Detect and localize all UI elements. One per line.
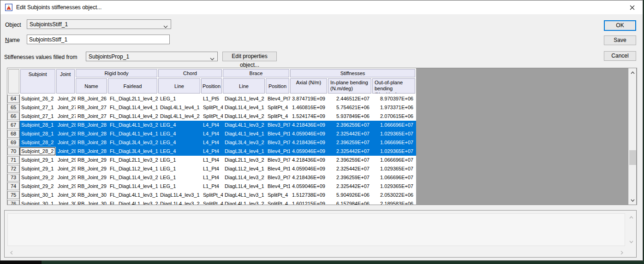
cell-rb_name[interactable]: RB_Joint_29: [76, 156, 108, 164]
row-number[interactable]: 66: [7, 112, 19, 120]
cell-subjoint[interactable]: Subjoint_28_1: [19, 121, 56, 129]
cell-chord_line[interactable]: LEG_1: [158, 173, 201, 182]
cell-in_plane[interactable]: 2.396259E+07: [328, 121, 372, 129]
cell-in_plane[interactable]: 6.157984E+06: [328, 199, 372, 205]
cell-chord_pos[interactable]: L4_Pt4: [201, 129, 223, 138]
cell-brace_line[interactable]: DiagL1L4_lev4_1: [223, 103, 266, 112]
cell-chord_pos[interactable]: L1_Pt5: [201, 94, 223, 103]
table-row[interactable]: 67Subjoint_28_1Joint_28RB_Joint_28FL_Dia…: [7, 121, 416, 129]
edit-properties-button[interactable]: Edit properties object...: [222, 52, 277, 61]
cell-in_plane[interactable]: 5.904926E+06: [328, 191, 372, 199]
name-input[interactable]: [27, 35, 170, 44]
cell-brace_pos[interactable]: SplitPt_4: [266, 199, 290, 205]
cell-rb_name[interactable]: RB_Joint_29: [76, 173, 108, 182]
cell-brace_line[interactable]: DiagL4L1_lev4_1: [223, 129, 266, 138]
cell-fairlead[interactable]: FL_DiagL1L4_lev3_2: [108, 173, 158, 182]
cell-joint[interactable]: Joint_28: [56, 138, 76, 147]
cell-out_plane[interactable]: 1.029365E+07: [372, 129, 416, 138]
cell-rb_name[interactable]: RB_Joint_27: [76, 103, 108, 112]
table-row[interactable]: 69Subjoint_28_2Joint_28RB_Joint_28FL_Dia…: [7, 138, 416, 147]
cell-subjoint[interactable]: Subjoint_29_1: [19, 164, 56, 173]
cell-in_plane[interactable]: 2.325442E+07: [328, 147, 372, 156]
cell-chord_pos[interactable]: SplitPt_4: [201, 112, 223, 121]
row-number[interactable]: 72: [7, 165, 19, 173]
cell-brace_pos[interactable]: Blev4_Pt1: [266, 147, 290, 156]
col-header-in-plane[interactable]: In-plane bending (N.m/deg): [328, 78, 371, 94]
cell-brace_line[interactable]: DiagL1L4_lev4_1: [223, 182, 266, 191]
cell-brace_pos[interactable]: Blev3_Pt7: [266, 138, 290, 147]
table-row[interactable]: 65Subjoint_27_1Joint_27RB_Joint_27FL_Dia…: [7, 103, 416, 112]
cell-brace_line[interactable]: DiagL1L4_lev4_2: [223, 112, 266, 121]
cell-joint[interactable]: Joint_28: [56, 129, 76, 138]
cell-axial[interactable]: 4.059046E+09: [290, 182, 328, 191]
cell-fairlead[interactable]: FL_DiagL4L1_lev3_1: [108, 191, 158, 199]
col-header-out-plane[interactable]: Out-of-plane bending (N.m/deg): [372, 78, 415, 94]
cell-chord_line[interactable]: LEG_1: [158, 182, 201, 191]
cell-axial[interactable]: 4.059046E+09: [290, 147, 328, 156]
cell-subjoint[interactable]: Subjoint_30_1: [19, 191, 56, 199]
cell-chord_line[interactable]: DiagL4L1_lev4_2: [158, 112, 201, 121]
col-header-rb-name[interactable]: Name: [76, 78, 107, 94]
cell-chord_line[interactable]: DiagL4L1_lev4_1: [158, 103, 201, 112]
cell-chord_pos[interactable]: SplitPt_4: [201, 103, 223, 112]
cell-brace_pos[interactable]: SplitPt_4: [266, 112, 290, 121]
cell-in_plane[interactable]: 2.325442E+07: [328, 164, 372, 173]
cell-in_plane[interactable]: 2.396259E+07: [328, 156, 372, 164]
cell-joint[interactable]: Joint_29: [56, 164, 76, 173]
row-number[interactable]: 70: [7, 147, 19, 155]
cell-rb_name[interactable]: RB_Joint_28: [76, 147, 108, 156]
cell-chord_line[interactable]: LEG_4: [158, 147, 201, 156]
cell-fairlead[interactable]: FL_DiagL3L4_lev4_1: [108, 147, 158, 156]
cell-joint[interactable]: Joint_27: [56, 112, 76, 121]
col-header-fairlead[interactable]: Fairlead: [108, 78, 157, 94]
table-row[interactable]: 68Subjoint_28_1Joint_28RB_Joint_28FL_Dia…: [7, 129, 416, 138]
cell-brace_pos[interactable]: SplitPt_4: [266, 103, 290, 112]
cell-subjoint[interactable]: Subjoint_28_1: [19, 129, 56, 138]
cell-brace_pos[interactable]: Blev4_Pt1: [266, 129, 290, 138]
cell-axial[interactable]: 1.512738E+09: [290, 191, 328, 199]
cell-joint[interactable]: Joint_26: [56, 94, 76, 103]
cell-chord_pos[interactable]: L1_Pt4: [201, 173, 223, 182]
cell-out_plane[interactable]: 1.029365E+07: [372, 164, 416, 173]
cell-fairlead[interactable]: FL_DiagL4L1_lev4_1: [108, 129, 158, 138]
scroll-down-icon[interactable]: [629, 197, 637, 204]
cell-chord_pos[interactable]: L1_Pt4: [201, 182, 223, 191]
cell-joint[interactable]: Joint_28: [56, 121, 76, 129]
cell-brace_pos[interactable]: Blev3_Pt7: [266, 156, 290, 164]
cell-in_plane[interactable]: 2.446512E+07: [328, 94, 372, 103]
cell-axial[interactable]: 1.460816E+09: [290, 103, 328, 112]
group-header-rigid-body[interactable]: Rigid body: [76, 69, 157, 77]
cell-out_plane[interactable]: 1.066696E+07: [372, 156, 416, 164]
row-number[interactable]: 76: [7, 200, 19, 205]
col-header-joint[interactable]: Joint: [56, 69, 75, 94]
cell-axial[interactable]: 4.218436E+09: [290, 121, 328, 129]
cell-rb_name[interactable]: RB_Joint_28: [76, 138, 108, 147]
cell-rb_name[interactable]: RB_Joint_29: [76, 164, 108, 173]
cell-chord_pos[interactable]: SplitPt_4: [201, 191, 223, 199]
cell-in_plane[interactable]: 2.325442E+07: [328, 129, 372, 138]
cell-out_plane[interactable]: 1.029365E+07: [372, 182, 416, 191]
table-row[interactable]: 71Subjoint_29_1Joint_29RB_Joint_29FL_Dia…: [7, 156, 416, 164]
table-row[interactable]: 73Subjoint_29_2Joint_29RB_Joint_29FL_Dia…: [7, 173, 416, 182]
cell-out_plane[interactable]: 2.053022E+06: [372, 191, 416, 199]
group-header-chord[interactable]: Chord: [158, 69, 222, 77]
cell-joint[interactable]: Joint_27: [56, 103, 76, 112]
cell-axial[interactable]: 1.524174E+09: [290, 112, 328, 121]
cell-rb_name[interactable]: RB_Joint_29: [76, 182, 108, 191]
panel-scroll-right-icon[interactable]: [619, 249, 625, 256]
filled-from-select[interactable]: SubjointsProp_1: [86, 52, 218, 61]
group-header-brace[interactable]: Brace: [223, 69, 289, 77]
col-header-axial[interactable]: Axial (N/m): [290, 78, 327, 94]
cell-chord_line[interactable]: LEG_4: [158, 129, 201, 138]
cell-chord_pos[interactable]: L1_Pt4: [201, 164, 223, 173]
cell-joint[interactable]: Joint_29: [56, 182, 76, 191]
cell-brace_line[interactable]: DiagL4L1_lev3_1: [223, 191, 266, 199]
cell-brace_line[interactable]: DiagL1L2_lev4_1: [223, 164, 266, 173]
row-number[interactable]: 73: [7, 174, 19, 182]
cell-rb_name[interactable]: RB_Joint_26: [76, 94, 108, 103]
cell-joint[interactable]: Joint_28: [56, 147, 76, 156]
cell-out_plane[interactable]: 1.066696E+07: [372, 121, 416, 129]
cell-out_plane[interactable]: 2.070615E+06: [372, 112, 416, 121]
cell-brace_line[interactable]: DiagL3L4_lev3_2: [223, 138, 266, 147]
cell-brace_pos[interactable]: SplitPt_4: [266, 191, 290, 199]
